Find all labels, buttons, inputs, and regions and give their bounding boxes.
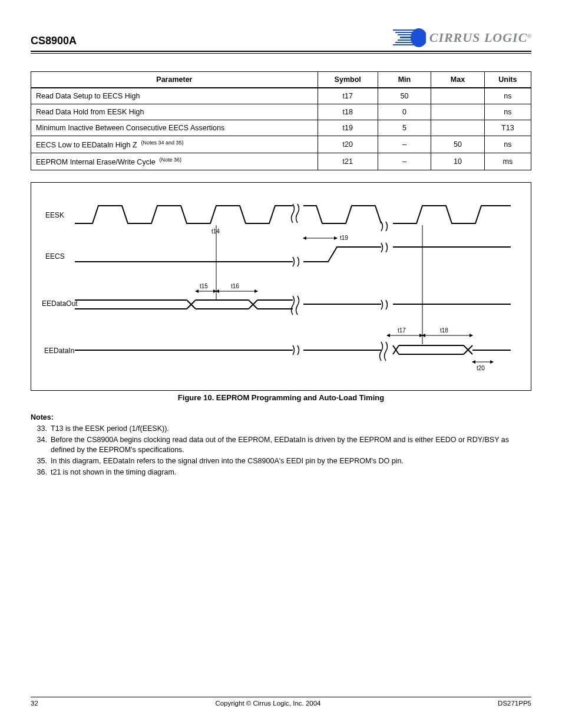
cell-min: 50: [378, 88, 431, 104]
timing-label-t19: t19: [340, 235, 348, 241]
note-item: 36. t21 is not shown in the timing diagr…: [31, 467, 531, 477]
cell-max: [431, 104, 485, 120]
signal-label: EECS: [45, 252, 65, 261]
col-units: Units: [484, 72, 531, 88]
cell-param: Minimum Inactive Between Consecutive EEC…: [31, 120, 318, 136]
note-number: 35.: [31, 456, 47, 466]
note-text: T13 is the EESK period (1/f(EESK)).: [51, 424, 531, 434]
cell-unit: ns: [484, 104, 531, 120]
doc-part-number: CS8900A: [31, 35, 77, 47]
cell-param: Read Data Hold from EESK High: [31, 104, 318, 120]
cell-sym: t21: [318, 153, 378, 170]
figure-caption: Figure 10. EEPROM Programming and Auto-L…: [31, 393, 531, 402]
cell-min: 5: [378, 120, 431, 136]
table-row: Read Data Setup to EECS High t17 50 ns: [31, 88, 531, 104]
note-item: 34. Before the CS8900A begins clocking r…: [31, 435, 531, 455]
cell-unit: ns: [484, 136, 531, 153]
signal-label: EEDataIn: [44, 347, 74, 355]
cell-min: 0: [378, 104, 431, 120]
note-number: 34.: [31, 435, 47, 455]
cell-unit: ms: [484, 153, 531, 170]
page-number: 32: [31, 700, 38, 707]
table-row: EEPROM Internal Erase/Write Cycle (Note …: [31, 153, 531, 170]
table-row: EECS Low to EEDataIn High Z (Notes 34 an…: [31, 136, 531, 153]
cell-max: [431, 120, 485, 136]
cell-max: 50: [431, 136, 485, 153]
cell-sym: t20: [318, 136, 378, 153]
logo-reg: ®: [527, 34, 531, 39]
col-min: Min: [378, 72, 431, 88]
cell-param: EEPROM Internal Erase/Write Cycle (Note …: [31, 153, 318, 170]
cell-sym: t18: [318, 104, 378, 120]
col-parameter: Parameter: [31, 72, 318, 88]
cell-sym: t17: [318, 88, 378, 104]
note-text: In this diagram, EEDataIn refers to the …: [51, 456, 531, 466]
table-row: Minimum Inactive Between Consecutive EEC…: [31, 120, 531, 136]
logo-icon: [393, 28, 426, 47]
cell-unit: T13: [484, 120, 531, 136]
cell-unit: ns: [484, 88, 531, 104]
cell-param: Read Data Setup to EECS High: [31, 88, 318, 104]
copyright: Copyright © Cirrus Logic, Inc. 2004: [38, 700, 498, 707]
cell-sym: t19: [318, 120, 378, 136]
doc-code: DS271PP5: [498, 700, 531, 707]
timing-label-t16: t16: [231, 283, 239, 289]
table-header-row: Parameter Symbol Min Max Units: [31, 72, 531, 88]
note-item: 33. T13 is the EESK period (1/f(EESK)).: [31, 424, 531, 434]
cell-min: –: [378, 136, 431, 153]
timing-label-t14: t14: [211, 228, 220, 235]
notes-title: Notes:: [31, 413, 54, 421]
timing-figure-box: EESK EECS t19 EE: [31, 182, 531, 391]
note-text: Before the CS8900A begins clocking read …: [51, 435, 531, 455]
note-item: 35. In this diagram, EEDataIn refers to …: [31, 456, 531, 466]
timing-label-t20: t20: [477, 365, 485, 371]
cell-max: 10: [431, 153, 485, 170]
footer-rule: [31, 697, 531, 697]
logo-text: CIRRUS LOGIC: [429, 30, 528, 45]
note-text: t21 is not shown in the timing diagram.: [51, 467, 531, 477]
col-max: Max: [431, 72, 485, 88]
note-number: 36.: [31, 467, 47, 477]
notes-block: Notes: 33. T13 is the EESK period (1/f(E…: [31, 413, 531, 477]
table-row: Read Data Hold from EESK High t18 0 ns: [31, 104, 531, 120]
timing-diagram: EESK EECS t19 EE: [35, 191, 527, 386]
col-symbol: Symbol: [318, 72, 378, 88]
cell-max: [431, 88, 485, 104]
company-logo: CIRRUS LOGIC®: [393, 28, 531, 47]
note-number: 33.: [31, 424, 47, 434]
timing-label-t18: t18: [440, 327, 448, 334]
signal-label: EESK: [45, 211, 64, 219]
cell-min: –: [378, 153, 431, 170]
header-subrule: [31, 53, 531, 54]
timing-label-t15: t15: [200, 283, 208, 289]
timing-label-t17: t17: [398, 327, 406, 334]
page-footer: 32 Copyright © Cirrus Logic, Inc. 2004 D…: [31, 697, 531, 707]
signal-label: EEDataOut: [42, 299, 78, 308]
cell-param: EECS Low to EEDataIn High Z (Notes 34 an…: [31, 136, 318, 153]
header-rule: [31, 51, 531, 52]
timing-parameters-table: Parameter Symbol Min Max Units Read Data…: [31, 71, 531, 170]
